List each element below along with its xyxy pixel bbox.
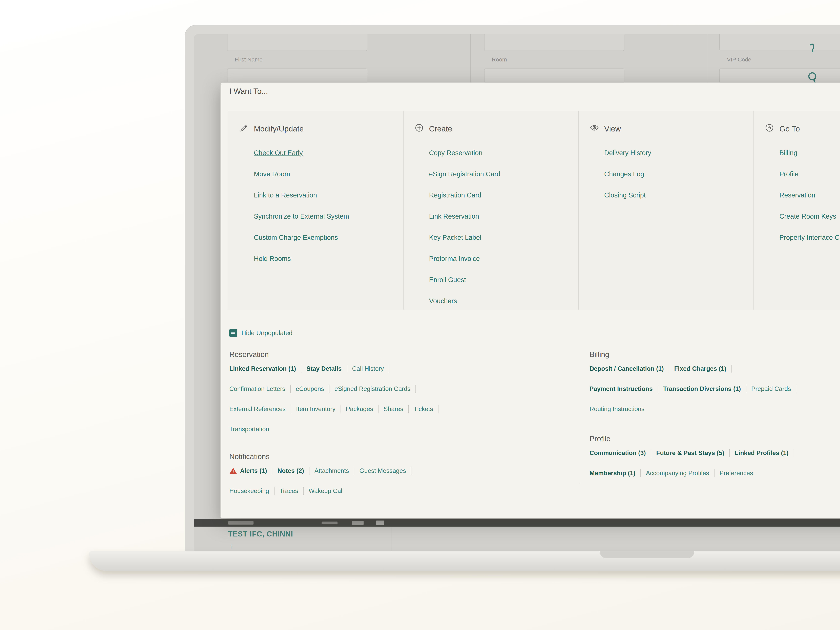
- action-link-key-packet-label[interactable]: Key Packet Label: [429, 227, 578, 248]
- link-separator: [415, 385, 416, 393]
- link-tickets[interactable]: Tickets: [414, 405, 433, 413]
- action-item-list: Delivery HistoryChanges LogClosing Scrip…: [604, 142, 754, 206]
- section-title-reservation: Reservation: [229, 350, 580, 359]
- action-link-link-to-a-reservation[interactable]: Link to a Reservation: [254, 184, 403, 206]
- link-payment-instructions[interactable]: Payment Instructions: [589, 385, 653, 392]
- pencil-icon: [239, 123, 249, 134]
- link-preferences[interactable]: Preferences: [720, 469, 753, 477]
- input-field: [719, 34, 840, 51]
- link-row: Confirmation LetterseCouponseSigned Regi…: [229, 379, 580, 399]
- link-wakeup-call[interactable]: Wakeup Call: [309, 487, 344, 495]
- warning-icon: [229, 467, 237, 475]
- checkbox-minus-icon[interactable]: [229, 329, 237, 337]
- link-membership-1[interactable]: Membership (1): [589, 469, 635, 477]
- link-call-history[interactable]: Call History: [352, 365, 384, 372]
- action-column-create: CreateCopy ReservationeSign Registration…: [403, 111, 578, 310]
- link-separator: [341, 405, 341, 413]
- link-linked-profiles-1[interactable]: Linked Profiles (1): [735, 449, 789, 457]
- action-link-enroll-guest[interactable]: Enroll Guest: [429, 269, 578, 290]
- link-prepaid-cards[interactable]: Prepaid Cards: [751, 385, 791, 392]
- form-column-divider: [471, 34, 471, 83]
- link-accompanying-profiles[interactable]: Accompanying Profiles: [646, 469, 709, 477]
- link-future-past-stays-5[interactable]: Future & Past Stays (5): [656, 449, 724, 457]
- link-separator: [354, 467, 354, 475]
- plus-circle-icon: [414, 123, 424, 134]
- action-item-list: Check Out EarlyMove RoomLink to a Reserv…: [254, 142, 403, 269]
- action-link-hold-rooms[interactable]: Hold Rooms: [254, 248, 403, 269]
- table-header-fragment: [352, 521, 363, 525]
- action-link-custom-charge-exemptions[interactable]: Custom Charge Exemptions: [254, 227, 403, 248]
- wave-icon: [805, 41, 819, 55]
- action-link-delivery-history[interactable]: Delivery History: [604, 142, 754, 163]
- action-link-synchronize-to-external-system[interactable]: Synchronize to External System: [254, 206, 403, 227]
- hide-unpopulated-toggle[interactable]: Hide Unpopulated: [229, 329, 292, 337]
- action-link-copy-reservation[interactable]: Copy Reservation: [429, 142, 578, 163]
- link-row: Communication (3)Future & Past Stays (5)…: [589, 443, 840, 463]
- laptop-bezel: First Name Room VIP Code ll: [185, 25, 840, 552]
- action-column-title: View: [604, 124, 621, 133]
- link-separator: [658, 385, 658, 393]
- action-link-check-out-early[interactable]: Check Out Early: [254, 142, 403, 163]
- link-alerts-1[interactable]: Alerts (1): [240, 467, 267, 474]
- action-link-create-room-keys[interactable]: Create Room Keys: [779, 206, 840, 227]
- laptop-base: [89, 551, 840, 571]
- link-separator: [794, 449, 794, 457]
- page: First Name Room VIP Code ll: [0, 0, 840, 630]
- link-separator: [731, 365, 732, 373]
- link-housekeeping[interactable]: Housekeeping: [229, 487, 269, 495]
- action-link-reservation[interactable]: Reservation: [779, 184, 840, 206]
- action-link-profile[interactable]: Profile: [779, 163, 840, 184]
- action-link-proforma-invoice[interactable]: Proforma Invoice: [429, 248, 578, 269]
- eye-icon: [589, 123, 599, 134]
- link-confirmation-letters[interactable]: Confirmation Letters: [229, 385, 285, 392]
- link-stay-details[interactable]: Stay Details: [306, 365, 342, 372]
- link-item-inventory[interactable]: Item Inventory: [296, 405, 335, 413]
- link-transportation[interactable]: Transportation: [229, 426, 269, 433]
- link-esigned-registration-cards[interactable]: eSigned Registration Cards: [335, 385, 411, 392]
- link-communication-3[interactable]: Communication (3): [589, 449, 646, 457]
- link-separator: [291, 405, 291, 413]
- action-link-move-room[interactable]: Move Room: [254, 163, 403, 184]
- link-traces[interactable]: Traces: [279, 487, 298, 495]
- link-shares[interactable]: Shares: [384, 405, 403, 413]
- action-link-changes-log[interactable]: Changes Log: [604, 163, 754, 184]
- link-separator: [378, 405, 379, 413]
- link-notes-2[interactable]: Notes (2): [277, 467, 304, 474]
- link-row: Payment InstructionsTransaction Diversio…: [589, 379, 840, 399]
- table-header-fragment: [322, 521, 338, 524]
- room-label: Room: [492, 56, 507, 63]
- link-separator: [329, 385, 330, 393]
- link-external-references[interactable]: External References: [229, 405, 286, 413]
- link-linked-reservation-1[interactable]: Linked Reservation (1): [229, 365, 296, 372]
- action-column-title: Modify/Update: [254, 124, 304, 133]
- i-want-to-dialog: I Want To... ✕ Modify/UpdateCheck Out Ea…: [220, 82, 840, 518]
- link-row: Alerts (1)Notes (2)AttachmentsGuest Mess…: [229, 461, 580, 481]
- action-columns-box: Modify/UpdateCheck Out EarlyMove RoomLin…: [228, 111, 840, 310]
- link-packages[interactable]: Packages: [346, 405, 373, 413]
- first-name-label: First Name: [235, 56, 262, 63]
- link-separator: [714, 469, 715, 477]
- link-ecoupons[interactable]: eCoupons: [296, 385, 324, 392]
- link-routing-instructions[interactable]: Routing Instructions: [589, 405, 644, 413]
- hide-unpopulated-label[interactable]: Hide Unpopulated: [242, 329, 292, 337]
- link-row: Membership (1)Accompanying ProfilesPrefe…: [589, 463, 840, 483]
- link-row: HousekeepingTracesWakeup Call: [229, 481, 580, 501]
- action-link-link-reservation[interactable]: Link Reservation: [429, 206, 578, 227]
- table-header-fragment: [376, 521, 384, 525]
- link-row: Deposit / Cancellation (1)Fixed Charges …: [589, 359, 840, 379]
- action-link-closing-script[interactable]: Closing Script: [604, 184, 754, 206]
- link-deposit-cancellation-1[interactable]: Deposit / Cancellation (1): [589, 365, 664, 372]
- link-attachments[interactable]: Attachments: [314, 467, 349, 474]
- link-transaction-diversions-1[interactable]: Transaction Diversions (1): [663, 385, 741, 392]
- action-link-billing[interactable]: Billing: [779, 142, 840, 163]
- action-link-esign-registration-card[interactable]: eSign Registration Card: [429, 163, 578, 184]
- section-title-billing: Billing: [589, 350, 840, 359]
- link-fixed-charges-1[interactable]: Fixed Charges (1): [674, 365, 726, 372]
- link-guest-messages[interactable]: Guest Messages: [359, 467, 406, 474]
- action-link-vouchers[interactable]: Vouchers: [429, 290, 578, 312]
- form-column-divider: [708, 34, 708, 83]
- action-item-list: Copy ReservationeSign Registration CardR…: [429, 142, 578, 312]
- action-link-registration-card[interactable]: Registration Card: [429, 184, 578, 206]
- app-screen: First Name Room VIP Code ll: [194, 34, 840, 551]
- action-link-property-interface-controls[interactable]: Property Interface Controls: [779, 227, 840, 248]
